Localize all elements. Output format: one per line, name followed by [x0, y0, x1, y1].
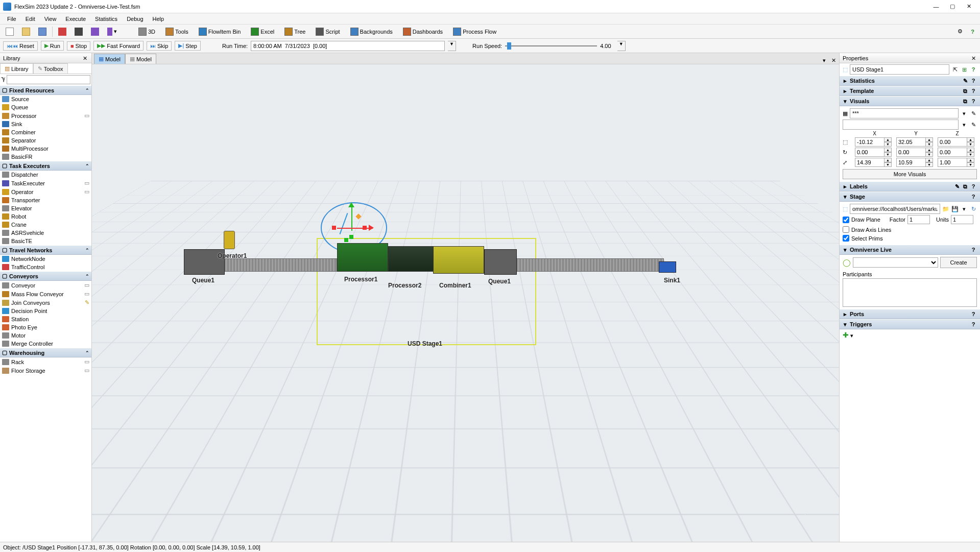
- help-icon[interactable]: ?: [970, 193, 977, 200]
- lib-item-robot[interactable]: Robot: [0, 212, 91, 221]
- conveyor-right[interactable]: [516, 258, 664, 272]
- section-stage[interactable]: ▾Stage?: [840, 191, 980, 202]
- step-button[interactable]: ▶|Step: [175, 41, 201, 51]
- section-ports[interactable]: ▸Ports?: [840, 309, 980, 319]
- more-visuals-button[interactable]: More Visuals: [843, 169, 977, 179]
- lib-item-networknode[interactable]: NetworkNode: [0, 255, 91, 263]
- lib-category-fixed-resources[interactable]: ▢Fixed Resources⌃: [0, 85, 91, 95]
- color-input[interactable]: [843, 119, 959, 130]
- pos-y-input[interactable]: [896, 137, 926, 147]
- lib-item-source[interactable]: Source: [0, 95, 91, 103]
- runspeed-dropdown[interactable]: ▼: [617, 41, 626, 51]
- menu-edit[interactable]: Edit: [21, 15, 39, 23]
- tab-model-1[interactable]: ▦Model: [125, 54, 156, 64]
- copy-icon[interactable]: ⧉: [962, 98, 969, 105]
- toolbar-dashboards[interactable]: Dashboards: [400, 26, 445, 37]
- save-file-button[interactable]: [36, 26, 49, 37]
- toolbar-tree[interactable]: Tree: [282, 26, 308, 37]
- tab-close-icon[interactable]: ✕: [830, 57, 837, 64]
- pos-x-input[interactable]: [855, 137, 885, 147]
- processor1-object[interactable]: [337, 243, 388, 272]
- help-icon[interactable]: ?: [970, 66, 977, 73]
- section-omniverse-live[interactable]: ▾Omniverse Live?: [840, 245, 980, 255]
- lib-item-operator[interactable]: Operator▭: [0, 187, 91, 196]
- menu-statistics[interactable]: Statistics: [91, 15, 122, 23]
- lib-item-separator[interactable]: Separator: [0, 136, 91, 145]
- lib-item-crane[interactable]: Crane: [0, 221, 91, 229]
- close-panel-icon[interactable]: ✕: [81, 55, 88, 62]
- toolbar-3d[interactable]: 3D: [136, 26, 158, 37]
- trigger-dropdown[interactable]: ▾: [850, 332, 853, 339]
- lib-item-mass-flow-conveyor[interactable]: Mass Flow Conveyor▭: [0, 290, 91, 298]
- lib-item-elevator[interactable]: Elevator: [0, 204, 91, 212]
- runtime-dropdown[interactable]: ▼: [448, 41, 456, 51]
- participants-list[interactable]: [843, 278, 977, 307]
- combiner1-object[interactable]: [433, 246, 484, 274]
- lib-item-combiner[interactable]: Combiner: [0, 128, 91, 136]
- close-button[interactable]: ✕: [961, 1, 977, 13]
- operator1-object[interactable]: [224, 231, 235, 249]
- shape-input[interactable]: [850, 108, 959, 118]
- runspeed-slider[interactable]: [505, 41, 597, 51]
- section-labels[interactable]: ▸Labels✎⧉?: [840, 181, 980, 191]
- link-icon[interactable]: ⇱: [951, 66, 959, 73]
- draw-plane-checkbox[interactable]: [843, 217, 849, 223]
- edit-icon[interactable]: ✎: [962, 77, 969, 84]
- minimize-button[interactable]: —: [928, 1, 944, 13]
- rot-z-input[interactable]: [938, 148, 967, 157]
- toolbar-tools[interactable]: Tools: [163, 26, 191, 37]
- select-prims-checkbox[interactable]: [843, 235, 849, 242]
- lib-item-decision-point[interactable]: Decision Point: [0, 307, 91, 315]
- dropdown-icon[interactable]: ▾: [961, 110, 968, 117]
- sink1-object[interactable]: [659, 261, 676, 273]
- draw-axis-checkbox[interactable]: [843, 226, 849, 233]
- menu-view[interactable]: View: [40, 15, 61, 23]
- stop-button[interactable]: ■Stop: [67, 41, 90, 51]
- section-template[interactable]: ▸Template⧉?: [840, 86, 980, 96]
- lib-item-processor[interactable]: Processor▭: [0, 111, 91, 120]
- color-button-3[interactable]: [88, 26, 102, 37]
- processor2-object[interactable]: [388, 246, 434, 272]
- tree-icon[interactable]: ⊞: [961, 66, 968, 73]
- lib-item-transporter[interactable]: Transporter: [0, 196, 91, 204]
- maximize-button[interactable]: ▢: [944, 1, 961, 13]
- lib-item-conveyor[interactable]: Conveyor▭: [0, 281, 91, 290]
- lib-item-trafficcontrol[interactable]: TrafficControl: [0, 263, 91, 271]
- lib-item-sink[interactable]: Sink: [0, 120, 91, 128]
- eyedropper-icon[interactable]: ✎: [970, 110, 977, 117]
- toolbar-processflow[interactable]: Process Flow: [450, 26, 499, 37]
- edit-icon[interactable]: ✎: [953, 183, 961, 190]
- lib-category-conveyors[interactable]: ▢Conveyors⌃: [0, 271, 91, 281]
- lib-item-queue[interactable]: Queue: [0, 103, 91, 111]
- help-icon[interactable]: ?: [970, 310, 977, 318]
- settings-button[interactable]: ⚙: [955, 27, 965, 36]
- save-icon[interactable]: 💾: [951, 205, 959, 212]
- help-icon[interactable]: ?: [970, 183, 977, 190]
- toolbar-flowitembin[interactable]: FlowItem Bin: [196, 26, 244, 37]
- pos-z-input[interactable]: [938, 137, 967, 147]
- viewport-3d[interactable]: Operator1 Queue1 Processor1 Processor2 C…: [92, 64, 839, 542]
- rot-x-input[interactable]: [855, 148, 885, 157]
- toolbar-script[interactable]: Script: [313, 26, 342, 37]
- help-icon[interactable]: ?: [970, 98, 977, 105]
- section-statistics[interactable]: ▸Statistics✎?: [840, 76, 980, 86]
- help-button[interactable]: ?: [968, 27, 977, 36]
- menu-debug[interactable]: Debug: [123, 15, 147, 23]
- runtime-input[interactable]: [251, 41, 445, 51]
- reset-button[interactable]: ⏮⏮Reset: [3, 41, 38, 51]
- object-name-input[interactable]: [850, 64, 949, 75]
- dropdown-icon[interactable]: ▾: [961, 121, 968, 128]
- menu-file[interactable]: File: [3, 15, 20, 23]
- lib-item-asrsvehicle[interactable]: ASRSvehicle: [0, 229, 91, 237]
- menu-help[interactable]: Help: [149, 15, 169, 23]
- skip-button[interactable]: ⏭Skip: [147, 41, 172, 51]
- add-trigger-button[interactable]: ✚: [843, 331, 849, 339]
- lib-item-basicte[interactable]: BasicTE: [0, 237, 91, 245]
- stage-url-input[interactable]: [850, 204, 940, 214]
- run-button[interactable]: ▶Run: [41, 41, 64, 51]
- lib-item-merge-controller[interactable]: Merge Controller: [0, 340, 91, 348]
- lib-category-warehousing[interactable]: ▢Warehousing⌃: [0, 348, 91, 357]
- color-button-2[interactable]: [72, 26, 85, 37]
- lib-item-station[interactable]: Station: [0, 315, 91, 323]
- color-button-1[interactable]: [56, 26, 69, 37]
